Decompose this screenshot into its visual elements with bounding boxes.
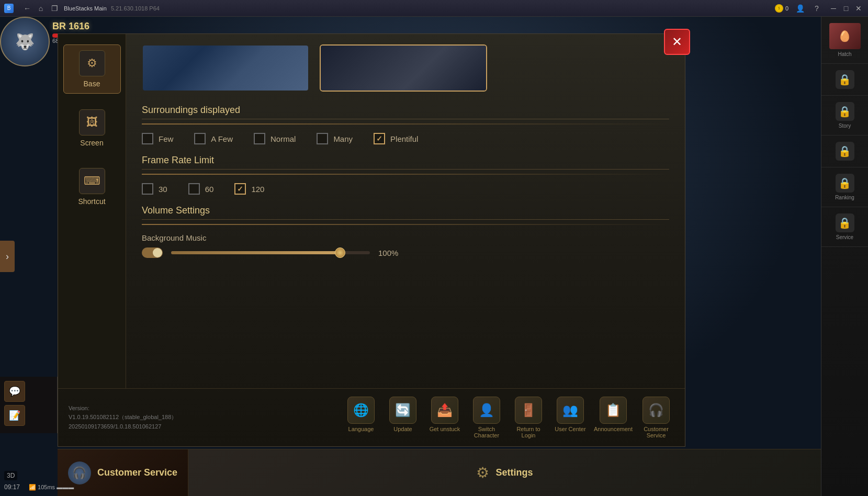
settings-nav: ⚙ Base 🖼 Screen ⌨ Shortcut (58, 34, 126, 388)
language-label: Language (348, 426, 374, 432)
frame-rate-title: Frame Rate Limit (142, 155, 669, 170)
sidebar-service-label: Service (836, 234, 853, 240)
fps-120-checkbox[interactable] (234, 183, 246, 195)
settings-label: Settings (495, 467, 533, 478)
notification-button[interactable]: 📝 (4, 405, 25, 426)
toggle-track[interactable] (142, 247, 163, 258)
get-unstuck-button[interactable]: 📤 Get unstuck (426, 397, 463, 438)
surroundings-few[interactable]: Few (142, 133, 173, 144)
sidebar-item-lock-2[interactable]: 🔒 (821, 136, 868, 167)
titlebar: B ← ⌂ ❐ BlueStacks Main 5.21.630.1018 P6… (0, 0, 868, 17)
fps-30[interactable]: 30 (142, 183, 167, 195)
get-unstuck-icon: 📤 (431, 397, 458, 424)
surroundings-plentiful-label: Plentiful (390, 134, 418, 143)
nav-item-shortcut[interactable]: ⌨ Shortcut (63, 163, 121, 211)
ranking-lock-icon: 🔒 (836, 174, 854, 193)
surroundings-many-checkbox[interactable] (317, 133, 328, 144)
surroundings-few-checkbox[interactable] (142, 133, 153, 144)
sidebar-item-lock-1[interactable]: 🔒 (821, 64, 868, 96)
switch-character-button[interactable]: 👤 SwitchCharacter (468, 397, 505, 438)
view-3d-label: 3D (7, 472, 15, 479)
fps-60-label: 60 (205, 185, 214, 194)
maximize-button[interactable]: □ (841, 3, 851, 14)
close-window-button[interactable]: ✕ (853, 3, 864, 14)
surroundings-normal-checkbox[interactable] (254, 133, 265, 144)
update-button[interactable]: 🔄 Update (385, 397, 421, 438)
settings-button[interactable]: ⚙ Settings (188, 449, 821, 496)
surroundings-many[interactable]: Many (317, 133, 353, 144)
home-button[interactable]: ⌂ (36, 3, 46, 14)
app-icon: B (4, 4, 14, 13)
surroundings-normal[interactable]: Normal (254, 133, 296, 144)
fps-120-label: 120 (251, 185, 264, 194)
fps-120[interactable]: 120 (234, 183, 264, 195)
user-center-button[interactable]: 👥 User Center (552, 397, 589, 438)
right-sidebar: 🥚 Hatch 🔒 🔒 Story 🔒 🔒 Ranking 🔒 Service (821, 17, 868, 496)
sidebar-item-story[interactable]: 🔒 Story (821, 96, 868, 136)
sidebar-item-service[interactable]: 🔒 Service (821, 207, 868, 247)
sidebar-item-hatch[interactable]: 🥚 Hatch (821, 17, 868, 64)
theme-preview-2 (321, 46, 486, 91)
surroundings-afew-checkbox[interactable] (194, 133, 206, 144)
volume-section: Background Music 100% (142, 233, 669, 258)
music-label: Background Music (142, 233, 669, 242)
copy-button[interactable]: ❐ (49, 3, 60, 14)
music-slider-thumb[interactable] (335, 247, 345, 258)
close-icon: ✕ (672, 35, 682, 49)
settings-footer: Version: V1.0.19.501082112（stable_global… (58, 388, 685, 446)
surroundings-plentiful-checkbox[interactable] (374, 133, 385, 144)
back-button[interactable]: ← (22, 3, 32, 14)
nav-item-base[interactable]: ⚙ Base (63, 44, 121, 94)
update-icon: 🔄 (389, 397, 416, 424)
nav-label-screen: Screen (80, 139, 103, 147)
sidebar-item-ranking[interactable]: 🔒 Ranking (821, 167, 868, 207)
announcement-label: Announcement (594, 426, 633, 432)
return-login-icon: 🚪 (515, 397, 542, 424)
announcement-button[interactable]: 📋 Announcement (594, 397, 633, 438)
titlebar-right: $ 0 👤 ? ─ □ ✕ (775, 3, 864, 14)
panel-content: ⚙ Base 🖼 Screen ⌨ Shortcut (58, 34, 685, 388)
customer-service-footer-button[interactable]: 🎧 CustomerService (638, 397, 674, 438)
chat-button[interactable]: 💬 (4, 381, 25, 402)
fps-60[interactable]: 60 (188, 183, 214, 195)
return-login-button[interactable]: 🚪 Return toLogin (510, 397, 547, 438)
settings-panel: ✕ ⚙ Base 🖼 Screen ⌨ Shortcut (58, 33, 685, 447)
update-label: Update (393, 426, 412, 432)
music-slider[interactable] (171, 251, 370, 254)
language-icon: 🌐 (347, 397, 375, 424)
customer-service-footer-label: CustomerService (644, 426, 669, 438)
switch-character-icon: 👤 (473, 397, 500, 424)
fps-30-checkbox[interactable] (142, 183, 153, 195)
music-toggle[interactable] (142, 247, 163, 258)
theme-card-2[interactable] (320, 44, 487, 92)
nav-controls: ← ⌂ ❐ (22, 3, 60, 14)
version-line2: 20250109173659/1.0.18.501062127 (69, 422, 177, 432)
base-icon: ⚙ (79, 50, 105, 76)
coin-icon: $ (775, 4, 783, 13)
service-lock-icon: 🔒 (836, 213, 854, 232)
minimize-button[interactable]: ─ (828, 3, 839, 14)
theme-card-1[interactable] (142, 44, 309, 92)
chat-panel: 💬 📝 (0, 377, 58, 433)
settings-gear-icon: ⚙ (476, 464, 489, 481)
footer-action-buttons: 🌐 Language 🔄 Update 📤 Get unstuck 👤 Swit… (343, 397, 674, 438)
surroundings-plentiful[interactable]: Plentiful (374, 133, 418, 144)
account-button[interactable]: 👤 (795, 3, 805, 14)
sidebar-hatch-label: Hatch (838, 51, 851, 57)
character-avatar: 🐺 (0, 17, 50, 66)
surroundings-a-few[interactable]: A Few (194, 133, 233, 144)
frame-rate-options: 30 60 120 (142, 183, 669, 195)
customer-service-button[interactable]: 🎧 Customer Service (58, 449, 188, 496)
shortcut-icon: ⌨ (79, 168, 105, 194)
help-button[interactable]: ? (811, 3, 822, 14)
left-expand-button[interactable]: › (0, 241, 15, 272)
close-settings-button[interactable]: ✕ (664, 29, 690, 55)
view-mode-3d[interactable]: 3D (4, 471, 17, 480)
nav-item-screen[interactable]: 🖼 Screen (63, 104, 121, 152)
hud-time: 09:17 (4, 483, 20, 491)
language-button[interactable]: 🌐 Language (343, 397, 379, 438)
sidebar-ranking-label: Ranking (835, 195, 854, 200)
fps-60-checkbox[interactable] (188, 183, 200, 195)
fps-30-label: 30 (159, 185, 167, 194)
theme-preview-1 (143, 46, 308, 91)
